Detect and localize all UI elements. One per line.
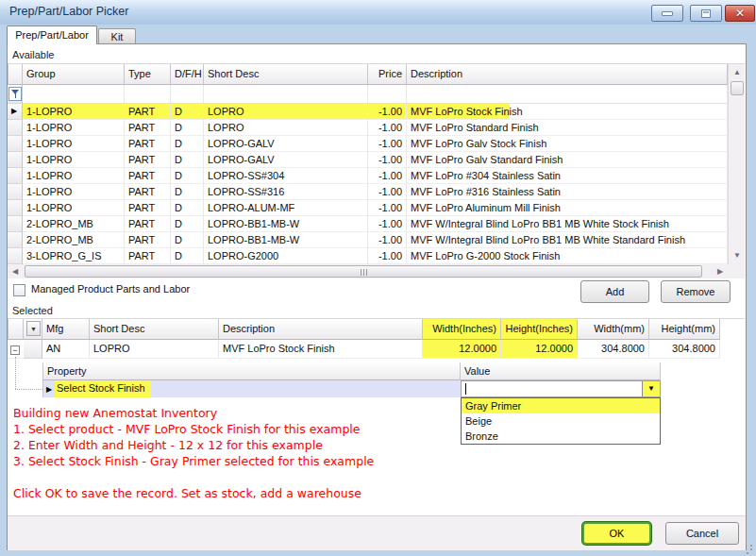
managed-product-checkbox[interactable] [13,284,25,296]
column-header-mfg[interactable]: Mfg [42,319,90,340]
horizontal-scrollbar[interactable]: ◀ ▶ [8,264,728,278]
tab-prep-part-labor[interactable]: Prep/Part/Labor [7,25,97,44]
scroll-left-icon[interactable]: ◀ [8,264,23,278]
filter-edit-button[interactable] [8,87,22,101]
minus-icon: − [12,345,17,355]
filter-cell-short-desc[interactable] [204,85,368,104]
scroll-grip [363,269,364,276]
dropdown-option-bronze[interactable]: Bronze [462,429,660,444]
dropdown-option-gray-primer[interactable]: Gray Primer [462,398,660,413]
column-header-group[interactable]: Group [23,64,125,85]
filter-cell-group[interactable] [23,85,125,104]
table-row[interactable]: 3-LOPRO_G_IS PART D LOPRO-G2000 -1.00 MV… [8,248,728,264]
chevron-down-icon: ▼ [30,326,37,332]
column-header-short-desc[interactable]: Short Desc [90,319,219,340]
filter-row-stub [8,85,23,104]
column-header-description[interactable]: Description [407,64,728,85]
resize-grip[interactable] [742,540,753,551]
column-header-description[interactable]: Description [219,319,423,340]
table-row[interactable]: 1-LOPRO PART D LOPRO-GALV -1.00 MVF LoPr… [8,136,728,152]
selected-row[interactable]: AN LOPRO MVF LoPro Stock Finish 12.0000 … [8,340,720,359]
current-row-icon: ▶ [46,385,52,394]
cancel-button[interactable]: Cancel [665,522,739,545]
add-button[interactable]: Add [580,280,649,303]
title-bar[interactable]: Prep/Part/Labor Picker [0,0,756,25]
table-row[interactable]: 1-LOPRO PART D LOPRO-SS#304 -1.00 MVF Lo… [8,168,728,184]
table-row[interactable]: 1-LOPRO PART D LOPRO-ALUM-MF -1.00 MVF L… [8,200,728,216]
row-indicator-cell [8,168,23,184]
chevron-down-icon: ▼ [647,384,655,393]
column-header-property[interactable]: Property [42,362,461,380]
collapse-row-button[interactable]: − [10,345,20,355]
property-grid-header: Property Value [42,362,661,380]
width-mm-value[interactable]: 304.8000 [578,340,649,359]
current-row-icon: ▶ [11,107,17,115]
height-mm-value[interactable]: 304.8000 [649,340,720,359]
property-name: Select Stock Finish [55,380,151,397]
table-row[interactable]: 1-LOPRO PART D LOPRO-GALV -1.00 MVF LoPr… [8,152,728,168]
table-row[interactable]: 2-LOPRO_MB PART D LOPRO-BB1-MB-W -1.00 M… [8,216,728,232]
remove-button[interactable]: Remove [661,280,731,303]
table-row[interactable]: ▶ 1-LOPRO PART D LOPRO -1.00 MVF LoPro S… [8,104,728,120]
minimize-icon [662,11,673,16]
scroll-up-icon[interactable]: ▲ [730,66,745,79]
stock-finish-combobox[interactable]: ▼ [461,380,661,397]
row-indicator-cell [8,184,23,200]
row-indicator-cell [8,200,23,216]
row-indicator-cell [24,340,42,359]
text-caret [465,383,466,395]
tab-kit[interactable]: Kit [98,28,136,44]
filter-cell-type[interactable] [125,85,171,104]
dialog-window: Prep/Part/Labor Picker ✕ Prep/Part/Labor… [0,0,756,556]
filter-row [8,85,728,104]
filter-cell-description[interactable] [407,85,728,104]
tree-connector-vertical [15,357,16,389]
minimize-button[interactable] [651,5,683,22]
available-grid-header: Group Type D/F/H Short Desc Price Descri… [8,64,728,85]
table-row[interactable]: 2-LOPRO_MB PART D LOPRO-BB1-MB-W -1.00 M… [8,232,728,248]
vertical-scrollbar[interactable]: ▲ ▼ [728,64,745,264]
dropdown-option-beige[interactable]: Beige [462,413,660,429]
row-indicator-cell [8,216,23,232]
window-title: Prep/Part/Labor Picker [9,5,128,18]
close-button[interactable]: ✕ [725,5,755,22]
scroll-down-icon[interactable]: ▼ [730,249,745,262]
horizontal-scroll-thumb[interactable] [25,265,702,278]
maximize-icon [701,9,711,18]
row-header-stub: ▼ [24,319,42,340]
filter-cell-dfh[interactable] [171,85,204,104]
column-header-type[interactable]: Type [125,64,171,85]
row-indicator-cell [8,120,23,136]
row-indicator-cell: ▶ [8,104,23,120]
header-dropdown-button[interactable]: ▼ [26,321,41,336]
property-row[interactable]: ▶ Select Stock Finish ▼ [42,380,661,397]
table-row[interactable]: 1-LOPRO PART D LOPRO-SS#316 -1.00 MVF Lo… [8,184,728,200]
height-inches-value[interactable]: 12.0000 [501,340,578,359]
selected-group-label: Selected [12,305,53,316]
row-indicator-cell [8,248,23,264]
column-header-height-inches[interactable]: Height(Inches) [501,319,578,340]
column-header-dfh[interactable]: D/F/H [171,64,204,85]
managed-product-label: Managed Product Parts and Labor [31,283,190,295]
ok-button[interactable]: OK [582,522,651,545]
column-header-value[interactable]: Value [461,362,661,380]
row-header-stub [8,64,23,85]
maximize-button[interactable] [690,5,722,22]
stock-finish-dropdown-list: Gray Primer Beige Bronze [461,397,661,445]
vertical-scroll-thumb[interactable] [731,81,744,95]
column-header-price[interactable]: Price [368,64,407,85]
width-inches-value[interactable]: 12.0000 [423,340,501,359]
annotation-line: Click OK to save the record. Set as stoc… [13,485,580,501]
filter-cell-price[interactable] [368,85,407,104]
available-group-label: Available [12,49,54,60]
filter-icon [11,90,20,98]
column-header-height-mm[interactable]: Height(mm) [649,319,720,340]
scroll-right-icon[interactable]: ▶ [713,264,728,278]
column-header-short-desc[interactable]: Short Desc [204,64,368,85]
combo-dropdown-button[interactable]: ▼ [642,381,660,396]
selected-grid-header: ▼ Mfg Short Desc Description Width(Inche… [8,319,720,340]
column-header-width-mm[interactable]: Width(mm) [578,319,649,340]
column-header-width-inches[interactable]: Width(Inches) [423,319,501,340]
row-indicator-cell [8,152,23,168]
table-row[interactable]: 1-LOPRO PART D LOPRO -1.00 MVF LoPro Sta… [8,120,728,136]
